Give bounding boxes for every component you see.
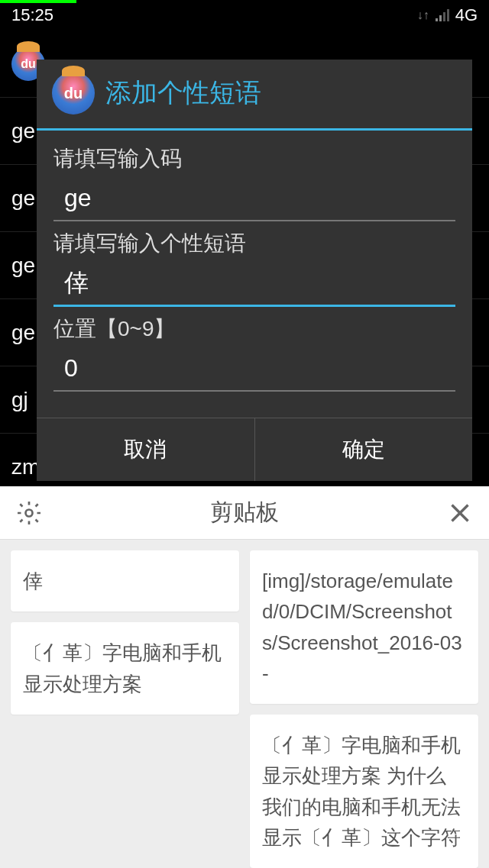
input-code-label: 请填写输入码 <box>53 144 455 173</box>
phrase-label: 请填写输入个性短语 <box>53 229 455 258</box>
clip-item[interactable]: 〔亻革〕字电脑和手机显示处理方案 <box>11 622 239 715</box>
clip-item[interactable]: 倖 <box>11 550 239 611</box>
clip-column-left: 倖 〔亻革〕字电脑和手机显示处理方案 <box>11 550 239 868</box>
clip-item[interactable]: [img]/storage/emulated/0/DCIM/Screenshot… <box>250 550 478 704</box>
clipboard-header: 剪贴板 <box>0 486 489 540</box>
status-right: ↓↑ 4G <box>417 5 478 25</box>
cancel-button[interactable]: 取消 <box>37 418 255 481</box>
gear-icon[interactable] <box>15 499 43 527</box>
svg-rect-1 <box>439 15 442 21</box>
clipboard-grid: 倖 〔亻革〕字电脑和手机显示处理方案 [img]/storage/emulate… <box>0 540 489 868</box>
network-label: 4G <box>455 5 478 25</box>
svg-rect-3 <box>447 9 449 21</box>
status-time: 15:25 <box>11 5 53 25</box>
svg-point-4 <box>26 509 33 516</box>
dialog-header: du 添加个性短语 <box>37 60 472 131</box>
clipboard-title: 剪贴板 <box>210 497 279 528</box>
baidu-logo-icon: du <box>52 72 95 115</box>
svg-rect-0 <box>436 18 438 21</box>
input-code-field[interactable] <box>53 178 455 221</box>
clip-column-right: [img]/storage/emulated/0/DCIM/Screenshot… <box>250 550 478 868</box>
status-bar: 15:25 ↓↑ 4G <box>0 0 489 31</box>
position-label: 位置【0~9】 <box>53 315 455 344</box>
clipboard-panel: 剪贴板 倖 〔亻革〕字电脑和手机显示处理方案 [img]/storage/emu… <box>0 486 489 868</box>
svg-rect-2 <box>443 12 445 21</box>
add-phrase-dialog: du 添加个性短语 请填写输入码 请填写输入个性短语 位置【0~9】 取消 确定 <box>37 60 472 481</box>
signal-icon <box>436 9 449 21</box>
close-icon[interactable] <box>446 499 474 527</box>
dialog-buttons: 取消 确定 <box>37 418 472 481</box>
dialog-body: 请填写输入码 请填写输入个性短语 位置【0~9】 <box>37 131 472 399</box>
data-arrows-icon: ↓↑ <box>417 8 429 22</box>
phrase-field[interactable] <box>53 263 455 307</box>
dialog-title: 添加个性短语 <box>105 76 261 111</box>
clip-item[interactable]: 〔亻革〕字电脑和手机显示处理方案 为什么我们的电脑和手机无法显示〔亻革〕这个字符 <box>250 715 478 868</box>
ok-button[interactable]: 确定 <box>255 418 473 481</box>
position-field[interactable] <box>53 348 455 392</box>
